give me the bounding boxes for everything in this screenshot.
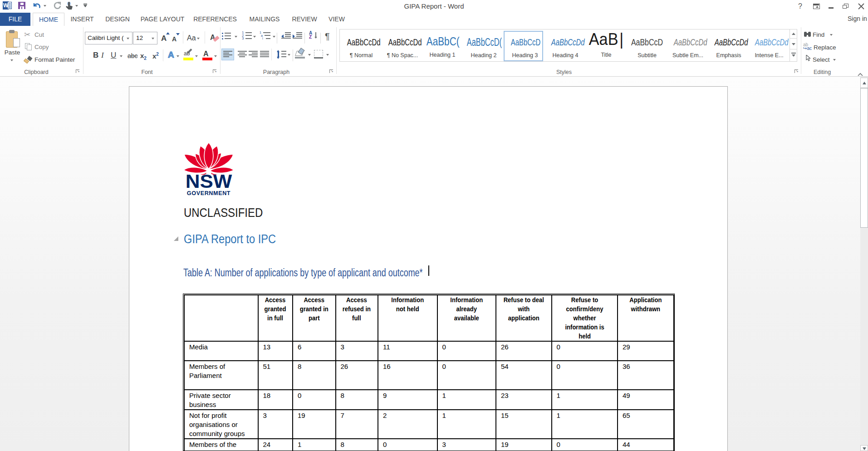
svg-text:NSW: NSW bbox=[186, 171, 233, 192]
svg-text:GOVERNMENT: GOVERNMENT bbox=[187, 190, 230, 196]
